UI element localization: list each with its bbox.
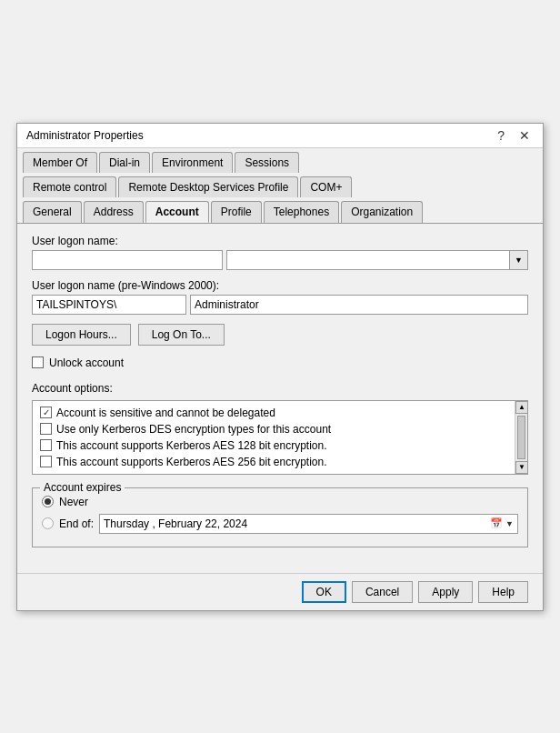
bottom-bar: OK Cancel Apply Help bbox=[17, 573, 543, 610]
log-on-to-button[interactable]: Log On To... bbox=[138, 324, 225, 346]
username-field[interactable] bbox=[190, 295, 528, 315]
title-bar: Administrator Properties ? ✕ bbox=[17, 124, 543, 148]
date-dropdown-arrow[interactable]: ▼ bbox=[505, 519, 514, 528]
tab-row-1: Member Of Dial-in Environment Sessions bbox=[17, 148, 543, 173]
option-1-checkbox[interactable]: ✓ bbox=[40, 407, 52, 418]
option-item-4: This account supports Kerberos AES 256 b… bbox=[36, 454, 524, 470]
options-scrollbar[interactable]: ▲ ▼ bbox=[515, 401, 527, 474]
tab-sessions[interactable]: Sessions bbox=[235, 152, 299, 173]
unlock-checkbox[interactable] bbox=[32, 356, 44, 368]
domain-field[interactable] bbox=[32, 295, 186, 315]
tab-telephones[interactable]: Telephones bbox=[264, 201, 339, 223]
never-radio-row: Never bbox=[42, 496, 518, 508]
end-of-radio-row: End of: Thursday , February 22, 2024 📅 ▼ bbox=[42, 514, 518, 534]
option-3-checkbox[interactable] bbox=[40, 439, 52, 451]
date-value: Thursday , February 22, 2024 bbox=[104, 517, 487, 530]
domain-dropdown[interactable]: ▼ bbox=[226, 250, 528, 270]
calendar-icon[interactable]: 📅 bbox=[489, 517, 504, 531]
end-of-label: End of: bbox=[59, 517, 94, 530]
unlock-label: Unlock account bbox=[49, 356, 124, 369]
tab-rdp-profile[interactable]: Remote Desktop Services Profile bbox=[118, 176, 298, 197]
option-3-label: This account supports Kerberos AES 128 b… bbox=[56, 439, 327, 452]
option-1-label: Account is sensitive and cannot be deleg… bbox=[56, 407, 275, 419]
option-item-3: This account supports Kerberos AES 128 b… bbox=[36, 437, 524, 454]
option-4-label: This account supports Kerberos AES 256 b… bbox=[56, 456, 327, 468]
tab-environment[interactable]: Environment bbox=[152, 152, 233, 173]
unlock-row: Unlock account bbox=[32, 356, 528, 369]
logon-name-pre2000-label: User logon name (pre-Windows 2000): bbox=[32, 279, 528, 292]
scroll-down-arrow[interactable]: ▼ bbox=[515, 461, 528, 474]
scroll-up-arrow[interactable]: ▲ bbox=[515, 401, 528, 414]
options-label: Account options: bbox=[32, 382, 528, 395]
option-item-1: ✓ Account is sensitive and cannot be del… bbox=[36, 405, 524, 421]
option-item-2: Use only Kerberos DES encryption types f… bbox=[36, 421, 524, 437]
options-box: ✓ Account is sensitive and cannot be del… bbox=[32, 400, 528, 475]
domain-input[interactable] bbox=[227, 251, 509, 269]
account-expires-group: Account expires Never End of: Thursday ,… bbox=[32, 487, 528, 547]
option-2-label: Use only Kerberos DES encryption types f… bbox=[56, 423, 331, 436]
tab-com[interactable]: COM+ bbox=[300, 176, 352, 197]
dialog-window: Administrator Properties ? ✕ Member Of D… bbox=[16, 123, 544, 611]
tab-organization[interactable]: Organization bbox=[341, 201, 423, 223]
tab-dial-in[interactable]: Dial-in bbox=[99, 152, 150, 173]
logon-name-label: User logon name: bbox=[32, 235, 528, 247]
tab-row-2: Remote control Remote Desktop Services P… bbox=[17, 173, 543, 197]
logon-name-group: User logon name: ▼ bbox=[32, 235, 528, 270]
domain-dropdown-arrow[interactable]: ▼ bbox=[509, 251, 527, 269]
tab-general[interactable]: General bbox=[23, 201, 82, 223]
tab-row-3: General Address Account Profile Telephon… bbox=[17, 197, 543, 223]
close-button[interactable]: ✕ bbox=[515, 129, 534, 142]
tab-account[interactable]: Account bbox=[145, 201, 209, 223]
tab-address[interactable]: Address bbox=[84, 201, 144, 223]
dialog-title: Administrator Properties bbox=[26, 129, 144, 142]
tab-remote-control[interactable]: Remote control bbox=[23, 176, 116, 197]
logon-name-pre2000-group: User logon name (pre-Windows 2000): bbox=[32, 279, 528, 315]
never-radio[interactable] bbox=[42, 496, 54, 507]
option-4-checkbox[interactable] bbox=[40, 456, 52, 467]
tabs-container: Member Of Dial-in Environment Sessions R… bbox=[17, 148, 543, 224]
title-bar-controls: ? ✕ bbox=[494, 129, 534, 142]
cancel-button[interactable]: Cancel bbox=[352, 581, 413, 603]
help-button[interactable]: ? bbox=[494, 129, 508, 142]
tab-member-of[interactable]: Member Of bbox=[23, 152, 97, 173]
end-of-radio[interactable] bbox=[42, 517, 54, 529]
never-label: Never bbox=[59, 496, 88, 508]
logon-buttons-row: Logon Hours... Log On To... bbox=[32, 324, 528, 346]
expires-legend: Account expires bbox=[40, 481, 125, 494]
tab-profile[interactable]: Profile bbox=[211, 201, 262, 223]
option-2-checkbox[interactable] bbox=[40, 423, 52, 435]
help-footer-button[interactable]: Help bbox=[478, 581, 528, 603]
logon-name-row: ▼ bbox=[32, 250, 528, 270]
scroll-thumb[interactable] bbox=[517, 416, 525, 459]
logon-hours-button[interactable]: Logon Hours... bbox=[32, 324, 131, 346]
tab-content: User logon name: ▼ User logon name (pre-… bbox=[17, 224, 543, 573]
logon-name-pre2000-row bbox=[32, 295, 528, 315]
date-field[interactable]: Thursday , February 22, 2024 📅 ▼ bbox=[99, 514, 518, 534]
account-options-group: Account options: ✓ Account is sensitive … bbox=[32, 382, 528, 475]
apply-button[interactable]: Apply bbox=[418, 581, 473, 603]
logon-name-input[interactable] bbox=[32, 250, 223, 270]
ok-button[interactable]: OK bbox=[302, 581, 346, 603]
